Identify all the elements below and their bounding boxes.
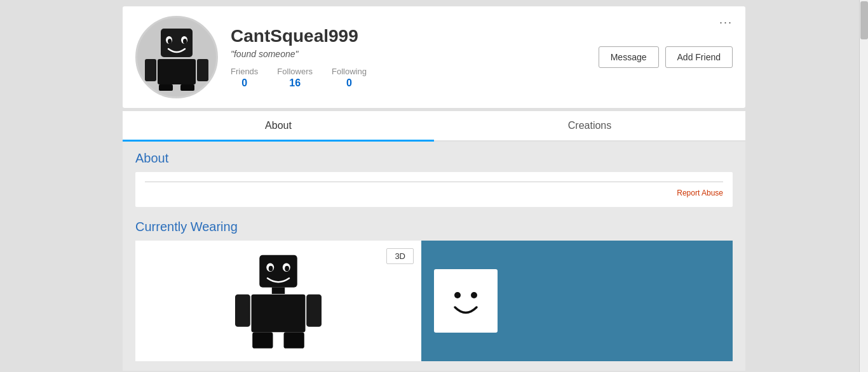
report-abuse-link[interactable]: Report Abuse: [145, 189, 723, 197]
avatar-image: [142, 22, 212, 92]
svg-rect-16: [252, 295, 306, 333]
svg-rect-8: [159, 84, 173, 91]
svg-point-4: [183, 39, 187, 44]
friends-count: 0: [241, 77, 247, 89]
currently-wearing-section: Currently Wearing 3D: [123, 220, 745, 371]
svg-point-21: [454, 292, 461, 298]
username: CantSqueal999: [231, 26, 599, 46]
tabs-bar: About Creations: [123, 111, 745, 142]
face-svg: [444, 279, 488, 323]
face-item[interactable]: [434, 269, 498, 333]
scrollbar-track[interactable]: [859, 0, 868, 372]
svg-rect-5: [158, 59, 196, 84]
add-friend-button[interactable]: Add Friend: [665, 46, 733, 68]
wearing-items-panel: [421, 241, 733, 361]
tab-creations[interactable]: Creations: [434, 111, 745, 140]
svg-rect-9: [180, 84, 194, 91]
svg-rect-6: [145, 59, 156, 81]
followers-count: 16: [289, 77, 301, 89]
page-wrapper: CantSqueal999 "found someone" Friends 0 …: [0, 0, 868, 372]
btn-3d[interactable]: 3D: [386, 248, 414, 264]
svg-point-3: [168, 39, 172, 44]
about-box: Report Abuse: [135, 172, 733, 207]
more-options-button[interactable]: ···: [719, 16, 733, 29]
profile-stats: Friends 0 Followers 16 Following 0: [231, 67, 599, 89]
profile-actions: Message Add Friend: [599, 46, 733, 68]
tab-about-label: About: [265, 120, 292, 131]
following-label: Following: [332, 67, 367, 76]
tab-creations-label: Creations: [568, 120, 611, 131]
svg-rect-7: [197, 59, 208, 81]
message-button[interactable]: Message: [599, 46, 659, 68]
about-heading: About: [135, 151, 733, 166]
wearing-grid: 3D: [135, 241, 733, 361]
svg-point-22: [471, 292, 477, 298]
profile-info: CantSqueal999 "found someone" Friends 0 …: [231, 26, 599, 89]
content-area: CantSqueal999 "found someone" Friends 0 …: [123, 6, 745, 371]
svg-rect-19: [252, 332, 273, 349]
about-section: About Report Abuse: [123, 142, 745, 220]
friends-stat: Friends 0: [231, 67, 258, 89]
svg-rect-18: [306, 295, 322, 327]
following-count: 0: [346, 77, 352, 89]
svg-rect-20: [284, 332, 304, 349]
followers-stat: Followers 16: [277, 67, 313, 89]
main-content: About Report Abuse Currently Wearing 3D: [123, 142, 745, 371]
profile-status: "found someone": [231, 49, 599, 59]
svg-point-13: [269, 266, 273, 272]
svg-rect-17: [235, 295, 250, 327]
following-stat: Following 0: [332, 67, 367, 89]
svg-rect-15: [272, 288, 285, 294]
currently-wearing-heading: Currently Wearing: [135, 220, 733, 234]
wearing-3d-panel: 3D: [135, 241, 421, 361]
character-3d-svg: [215, 247, 342, 355]
avatar: [135, 16, 218, 98]
scrollbar-thumb[interactable]: [860, 1, 868, 39]
profile-card: CantSqueal999 "found someone" Friends 0 …: [123, 6, 745, 108]
friends-label: Friends: [231, 67, 258, 76]
svg-point-14: [285, 266, 289, 272]
followers-label: Followers: [277, 67, 313, 76]
about-divider: [145, 182, 723, 182]
tab-about[interactable]: About: [123, 111, 434, 140]
